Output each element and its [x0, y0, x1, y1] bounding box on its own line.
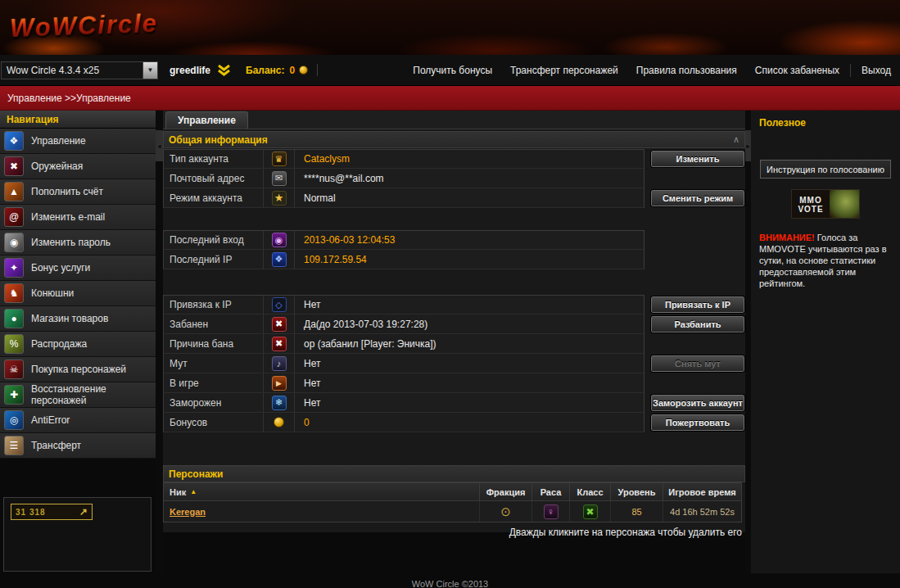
vote-warning: ВНИМАНИЕ! Голоса за MMOVOTE учитываются …: [759, 232, 893, 289]
visitor-counter-badge[interactable]: 31 318 ↗: [11, 504, 93, 520]
delete-character-hint: Дважды кликните на персонажа чтобы удали…: [163, 527, 742, 538]
sidebar-item-change-password[interactable]: ◉ Изменить пароль: [0, 230, 156, 256]
header-banner: WoWCircle: [0, 0, 900, 55]
row-label: Бонусов: [164, 413, 264, 432]
useful-title: Полезное: [751, 111, 900, 129]
armory-icon: ✖: [4, 156, 24, 176]
row-value: Нет: [295, 354, 644, 373]
server-select-value: Wow Circle 4.3.4 x25: [7, 65, 99, 76]
sidebar-item-label: Конюшни: [31, 287, 74, 299]
sidebar-item-armory[interactable]: ✖ Оружейная: [0, 154, 156, 179]
sidebar-item-buy-characters[interactable]: ☠ Покупка персонажей: [0, 357, 156, 382]
useful-panel: Полезное Инструкция по голосованию MMO V…: [751, 111, 900, 573]
coin-icon: [299, 66, 308, 75]
sidebar-item-topup[interactable]: ▲ Пополнить счёт: [0, 179, 156, 205]
row-value: Нет: [295, 373, 644, 392]
row-account-type: Тип аккаунта ♛ Cataclysm Изменить: [163, 149, 745, 169]
column-header-class[interactable]: Класс: [569, 483, 610, 500]
sidebar-item-label: Восстановление персонажей: [31, 383, 156, 406]
left-panel-strip: ◄: [156, 111, 163, 573]
sidebar-item-label: Пополнить счёт: [31, 186, 103, 197]
freeze-account-button[interactable]: Заморозить аккаунт: [651, 395, 744, 411]
sidebar-item-label: Изменить пароль: [31, 237, 111, 248]
row-value: ****nus@**ail.com: [295, 169, 644, 188]
right-panel-strip: ►: [745, 111, 751, 573]
status-group: Привязка к IP ◇ Нет Привязать к IP Забан…: [163, 295, 745, 432]
sidebar-item-sale[interactable]: % Распродажа: [0, 332, 156, 357]
row-account-mode: Режим аккаунта ★ Normal Сменить режим: [163, 188, 745, 208]
tab-bar: Управление: [163, 111, 745, 129]
shop-icon: ●: [4, 309, 24, 328]
sidebar-item-bonus-services[interactable]: ✦ Бонус услуги: [0, 256, 156, 281]
row-last-ip: Последний IP ❖ 109.172.59.54: [163, 250, 745, 269]
row-label: Режим аккаунта: [164, 188, 264, 207]
collapse-left-panel-handle[interactable]: ◄: [156, 130, 163, 161]
star-icon: ★: [272, 191, 287, 206]
server-select[interactable]: Wow Circle 4.3.4 x25 ▼: [1, 61, 158, 79]
row-email: Почтовый адрес ✉ ****nus@**ail.com: [163, 169, 745, 188]
row-value: Cataclysm: [295, 150, 644, 168]
row-last-login: Последний вход ◉ 2013-06-03 12:04:53: [163, 230, 745, 250]
column-header-nick[interactable]: Ник ▲: [164, 483, 479, 500]
mmovote-text: MMO VOTE: [792, 190, 830, 218]
sidebar-item-antierror[interactable]: ◎ AntiError: [0, 408, 156, 433]
breadcrumb: Управление >>Управление: [0, 93, 131, 104]
characters-table: Ник ▲ Фракция Раса Класс Уровень Игровое…: [163, 482, 742, 522]
row-label: Мут: [164, 354, 264, 373]
row-value: op (забанил [Player: Эничка]): [295, 334, 644, 353]
character-row[interactable]: Keregan ⊙ ♀ ✖ 85 4d 16h 52m 52s: [164, 501, 741, 522]
column-header-playtime[interactable]: Игровое время: [663, 483, 741, 500]
collapse-section-icon[interactable]: ∧: [733, 134, 739, 145]
rogue-class-icon: ✖: [583, 504, 598, 519]
change-account-type-button[interactable]: Изменить: [651, 151, 744, 167]
sidebar-item-restore-characters[interactable]: ✚ Восстановление персонажей: [0, 382, 156, 408]
chevron-down-icon[interactable]: ▼: [142, 62, 157, 79]
transfer-icon: ☰: [4, 436, 24, 455]
sidebar-item-transfer[interactable]: ☰ Трансферт: [0, 433, 156, 459]
in-game-icon: ▶: [272, 376, 287, 391]
sidebar-item-stables[interactable]: ♞ Конюшни: [0, 281, 156, 306]
row-label: Последний IP: [164, 250, 264, 269]
column-header-race[interactable]: Раса: [531, 483, 569, 500]
sidebar-item-label: Магазин товаров: [31, 313, 108, 324]
coin-icon: [274, 417, 284, 427]
column-header-faction[interactable]: Фракция: [479, 483, 531, 500]
row-label: Тип аккаунта: [164, 150, 264, 168]
top-link-logout[interactable]: Выход: [853, 65, 900, 76]
mmovote-banner[interactable]: MMO VOTE: [791, 189, 860, 219]
balance-value: 0: [290, 65, 296, 76]
character-link[interactable]: Keregan: [170, 507, 206, 517]
row-label: Заморожен: [164, 393, 264, 412]
section-header-characters: Персонажи: [163, 465, 745, 482]
sidebar-item-shop[interactable]: ● Магазин товаров: [0, 306, 156, 332]
row-value: 109.172.59.54: [295, 250, 644, 269]
top-link-transfer[interactable]: Трансферт персонажей: [501, 65, 627, 76]
antierror-icon: ◎: [4, 410, 24, 430]
mmovote-line1: MMO: [792, 196, 830, 205]
sidebar-item-manage[interactable]: ❖ Управление: [0, 129, 156, 154]
characters-table-header: Ник ▲ Фракция Раса Класс Уровень Игровое…: [164, 483, 741, 501]
tab-manage[interactable]: Управление: [165, 111, 248, 129]
bind-ip-button[interactable]: Привязать к IP: [651, 296, 744, 313]
nick-header-label: Ник: [170, 487, 186, 497]
stables-icon: ♞: [4, 283, 24, 303]
unmute-button[interactable]: Снять мут: [651, 355, 744, 372]
unban-button[interactable]: Разбанить: [651, 316, 744, 332]
donate-button[interactable]: Пожертвовать: [651, 414, 744, 431]
change-mode-button[interactable]: Сменить режим: [651, 190, 744, 206]
topbar-divider: [317, 64, 318, 76]
top-link-rules[interactable]: Правила пользования: [627, 65, 746, 76]
voting-instruction-button[interactable]: Инструкция по голосованию: [760, 160, 891, 179]
sidebar-item-label: Изменить e-mail: [31, 211, 105, 223]
top-link-bonuses[interactable]: Получить бонусы: [404, 65, 501, 76]
row-label: Последний вход: [164, 231, 264, 249]
characters-title: Персонажи: [169, 468, 223, 480]
mute-icon: ♪: [272, 356, 287, 371]
sidebar-item-change-email[interactable]: @ Изменить e-mail: [0, 205, 156, 230]
row-value: 2013-06-03 12:04:53: [295, 231, 644, 249]
column-header-level[interactable]: Уровень: [610, 483, 663, 500]
collapse-right-panel-handle[interactable]: ►: [745, 130, 751, 161]
sidebar-item-label: Распродажа: [31, 338, 87, 350]
wowcircle-logo[interactable]: WoWCircle: [9, 9, 158, 43]
top-link-banlist[interactable]: Список забаненых: [746, 65, 848, 76]
